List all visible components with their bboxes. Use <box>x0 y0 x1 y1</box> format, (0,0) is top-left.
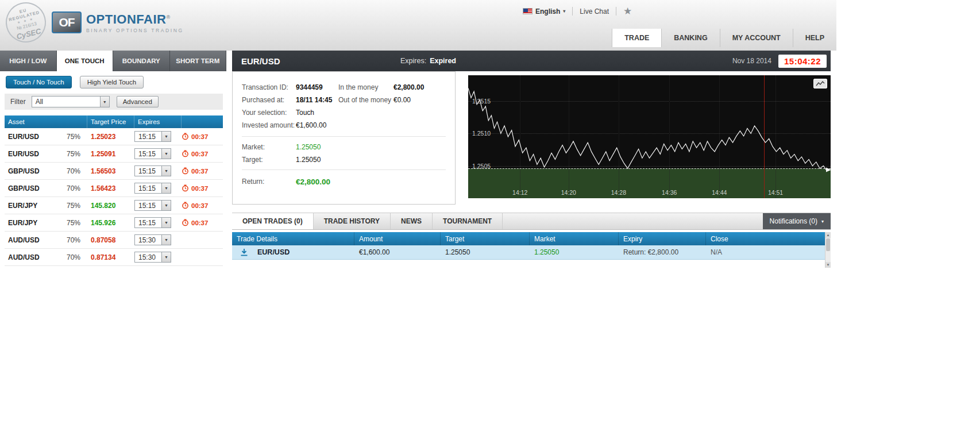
notifications-toggle[interactable]: Notifications (0) ▾ <box>763 213 831 229</box>
advanced-button[interactable]: Advanced <box>117 96 159 107</box>
payout-percent: 70% <box>67 236 87 244</box>
detail-label: Out of the money <box>338 96 393 104</box>
account-tab-label: MY ACCOUNT <box>732 34 781 42</box>
expires-select[interactable]: 15:30 ▼ <box>134 252 171 263</box>
expires-select[interactable]: 15:15 ▼ <box>134 217 171 228</box>
logo-tagline: BINARY OPTIONS TRADING <box>86 28 184 33</box>
chevron-down-icon: ▼ <box>161 235 171 245</box>
account-tab[interactable]: BANKING <box>661 29 719 47</box>
expires-select[interactable]: 15:30 ▼ <box>134 234 171 245</box>
bottom-tab[interactable]: TRADE HISTORY <box>314 213 391 229</box>
countdown: 00:37 <box>182 184 223 192</box>
mode-button[interactable]: High Yield Touch <box>80 76 144 88</box>
scrollbar[interactable]: ▲ ▼ <box>825 232 831 268</box>
trade-type-tab[interactable]: HIGH / LOW <box>0 51 57 71</box>
detail-label: Your selection: <box>242 109 296 117</box>
logo-name-text: OPTIONFAIR <box>86 12 166 26</box>
header-target: Target <box>441 232 530 245</box>
scrollbar-thumb[interactable] <box>826 238 830 251</box>
asset-name: GBP/USD <box>5 184 40 192</box>
asset-row[interactable]: AUD/USD 70% 0.87058 15:30 ▼ <box>5 232 223 249</box>
expires-select-value: 15:15 <box>135 218 161 228</box>
chevron-down-icon: ▾ <box>821 219 824 224</box>
chart-type-button[interactable] <box>813 79 827 88</box>
payout-percent: 70% <box>67 253 87 261</box>
target-price: 0.87134 <box>91 253 115 261</box>
scroll-up-arrow[interactable]: ▲ <box>825 232 831 238</box>
target-price: 145.820 <box>91 202 115 210</box>
detail-field: In the money €2,800.00 <box>338 81 424 94</box>
trade-type-tab[interactable]: SHORT TERM <box>170 51 227 71</box>
target-price: 1.56503 <box>91 167 115 175</box>
asset-row[interactable]: EUR/USD 75% 1.25023 15:15 ▼ <box>5 128 223 145</box>
expires-select[interactable]: 15:15 ▼ <box>134 131 171 142</box>
target-label: Target: <box>242 156 296 164</box>
account-tab[interactable]: MY ACCOUNT <box>720 29 793 47</box>
asset-row[interactable]: EUR/USD 75% 1.25091 15:15 ▼ <box>5 145 223 163</box>
bottom-tab-label: TRADE HISTORY <box>324 217 380 225</box>
detail-field: Your selection: Touch <box>242 106 332 119</box>
chevron-down-icon: ▼ <box>100 97 109 107</box>
asset-row[interactable]: EUR/JPY 75% 145.820 15:15 ▼ <box>5 197 223 214</box>
mode-buttons: Touch / No Touch High Yield Touch <box>6 76 144 88</box>
trade-type-tab[interactable]: BOUNDARY <box>113 51 170 71</box>
language-selector[interactable]: English ▾ <box>523 7 565 16</box>
live-chat-link[interactable]: Live Chat <box>580 7 609 16</box>
logo-name: OPTIONFAIR® <box>86 12 184 27</box>
asset-name: GBP/USD <box>5 167 40 175</box>
return-value: €2,800.00 <box>296 178 330 186</box>
trade-rows: EUR/USD €1,600.00 1.25050 1.25050 Return… <box>232 245 831 260</box>
target-price: 1.56423 <box>91 184 115 192</box>
trade-type-tab-label: BOUNDARY <box>122 57 160 64</box>
asset-name: EUR/JPY <box>5 219 37 227</box>
asset-row[interactable]: AUD/USD 70% 0.87134 15:30 ▼ <box>5 249 223 266</box>
clock-icon <box>182 184 189 192</box>
mode-button[interactable]: Touch / No Touch <box>6 76 72 88</box>
trade-type-tab[interactable]: ONE TOUCH <box>57 51 114 71</box>
expires-select[interactable]: 15:15 ▼ <box>134 165 171 176</box>
header-timer <box>182 115 223 128</box>
expires-status: Expires:Expired <box>400 57 456 65</box>
expires-select[interactable]: 15:15 ▼ <box>134 183 171 194</box>
trade-type-tab-label: SHORT TERM <box>176 57 219 64</box>
asset-name: EUR/USD <box>5 133 39 141</box>
countdown: 00:37 <box>182 133 223 140</box>
trade-type-tab-label: ONE TOUCH <box>65 57 105 64</box>
download-icon[interactable] <box>240 248 248 256</box>
account-tab-label: BANKING <box>674 34 707 42</box>
asset-row[interactable]: GBP/USD 70% 1.56503 15:15 ▼ <box>5 163 223 180</box>
open-trades-table: Trade Details Amount Target Market Expir… <box>232 232 831 268</box>
trade-row[interactable]: EUR/USD €1,600.00 1.25050 1.25050 Return… <box>232 245 825 260</box>
favorites-star-icon[interactable]: ★ <box>623 5 632 17</box>
return-row: Return: €2,800.00 <box>242 175 330 188</box>
trades-table-header: Trade Details Amount Target Market Expir… <box>232 232 825 245</box>
x-axis-tick: 14:28 <box>611 189 626 196</box>
bottom-tab[interactable]: TOURNAMENT <box>433 213 503 229</box>
scroll-down-arrow[interactable]: ▼ <box>825 262 831 268</box>
notifications-label: Notifications (0) <box>770 217 817 225</box>
bottom-tab[interactable]: NEWS <box>391 213 433 229</box>
detail-value: 18/11 14:45 <box>296 96 332 104</box>
expires-select[interactable]: 15:15 ▼ <box>134 148 171 159</box>
bottom-tab[interactable]: OPEN TRADES (0) <box>232 213 314 229</box>
target-row: Target: 1.25050 <box>242 153 321 166</box>
filter-select[interactable]: All ▼ <box>32 96 110 107</box>
clock-icon <box>182 150 189 157</box>
bottom-tab-label: NEWS <box>401 217 422 225</box>
divider <box>572 7 573 16</box>
asset-row[interactable]: GBP/USD 70% 1.56423 15:15 ▼ <box>5 180 223 197</box>
account-tab[interactable]: HELP <box>793 29 836 47</box>
mode-button-label: Touch / No Touch <box>13 79 64 86</box>
expires-select-value: 15:15 <box>135 201 161 210</box>
expires-select[interactable]: 15:15 ▼ <box>134 200 171 211</box>
account-tabs: TRADE BANKING MY ACCOUNT HELP <box>612 29 836 47</box>
account-tab[interactable]: TRADE <box>612 29 661 47</box>
detail-field: Invested amount: €1,600.00 <box>242 119 332 132</box>
detail-label: In the money <box>338 83 393 91</box>
divider <box>616 7 616 16</box>
chevron-down-icon: ▼ <box>161 252 171 262</box>
account-tab-label: HELP <box>805 34 824 42</box>
language-label: English <box>535 7 560 16</box>
expires-value: Expired <box>430 57 456 65</box>
asset-row[interactable]: EUR/JPY 75% 145.926 15:15 ▼ <box>5 214 223 232</box>
